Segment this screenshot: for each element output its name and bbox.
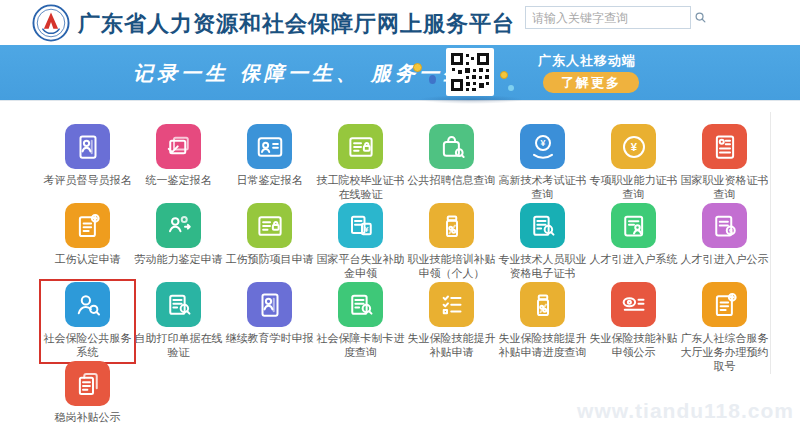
pill-bottle-icon — [429, 203, 474, 248]
app-tile-label: 专项职业能力证书查询 — [586, 173, 682, 201]
app-tile[interactable]: 工伤预防项目申请 — [224, 203, 315, 282]
app-tile-label: 工伤预防项目申请 — [222, 252, 318, 266]
docs-stack-icon — [65, 361, 110, 406]
app-tile-label: 专业技术人员职业资格电子证书 — [495, 252, 591, 280]
photo-check-icon — [156, 124, 201, 169]
app-tile[interactable]: 考评员督导员报名 — [42, 124, 133, 203]
search-input[interactable] — [526, 7, 693, 28]
app-tile-label: 广东人社综合服务大厅业务办理预约取号 — [677, 331, 773, 373]
pill-bottle-icon — [520, 282, 565, 327]
app-tile[interactable]: 劳动能力鉴定申请 — [133, 203, 224, 282]
people-arrows-icon — [156, 203, 201, 248]
app-tile[interactable]: 自助打印单据在线验证 — [133, 282, 224, 361]
app-tile-label: 稳岗补贴公示 — [40, 410, 136, 424]
app-tile[interactable]: 国家职业资格证书查询 — [679, 124, 770, 203]
person-card-icon — [65, 124, 110, 169]
learn-more-button[interactable]: 了解更多 — [543, 72, 639, 93]
doc-search-icon — [338, 282, 383, 327]
app-tile[interactable]: ¥ 高新技术考试证书查询 — [497, 124, 588, 203]
svg-text:¥: ¥ — [630, 140, 637, 152]
resume-icon — [702, 124, 747, 169]
eye-lines-icon — [611, 282, 656, 327]
app-tile-label: 失业保险技能补贴申领公示 — [586, 331, 682, 359]
balloon-decoration — [429, 75, 436, 84]
app-tile[interactable]: 人才引进入户系统 — [588, 203, 679, 282]
app-tile-label: 技工院校毕业证书在线验证 — [313, 173, 409, 201]
app-tile-label: 社会保障卡制卡进度查询 — [313, 331, 409, 359]
yen-hand-icon: ¥ — [520, 124, 565, 169]
doc-plus-icon — [702, 282, 747, 327]
app-tile[interactable]: 失业保险技能补贴申领公示 — [588, 282, 679, 361]
page: 广东省人力资源和社会保障厅网上服务平台 记录一生 保障一生、 服务一生 — [0, 0, 800, 425]
balloon-decoration — [508, 85, 514, 91]
doc-search-icon — [520, 203, 565, 248]
app-tile[interactable]: 广东人社综合服务大厅业务办理预约取号 — [679, 282, 770, 361]
app-tile[interactable]: 稳岗补贴公示 — [42, 361, 133, 425]
app-tile-label: 人才引进入户公示 — [677, 252, 773, 266]
doc-person-icon — [611, 203, 656, 248]
app-tile[interactable]: 社会保障卡制卡进度查询 — [315, 282, 406, 361]
app-tile-label: 社会保险公共服务系统 — [40, 331, 136, 359]
cert-lock-icon — [338, 124, 383, 169]
mobile-app-title: 广东人社移动端 — [538, 52, 636, 70]
gdhrss-emblem-icon — [32, 4, 70, 42]
app-tile-label: 统一鉴定报名 — [131, 173, 227, 187]
header: 广东省人力资源和社会保障厅网上服务平台 — [0, 0, 800, 45]
app-tile-label: 考评员督导员报名 — [40, 173, 136, 187]
app-tile[interactable]: 失业保险技能提升补贴申请进度查询 — [497, 282, 588, 361]
app-tile-label: 国家平台失业补助金申领 — [313, 252, 409, 280]
app-tile[interactable]: 失业保险技能提升补贴申请 — [406, 282, 497, 361]
doc-search-icon — [156, 282, 201, 327]
app-tile-label: 继续教育学时申报 — [222, 331, 318, 345]
app-tile[interactable]: 专业技术人员职业资格电子证书 — [497, 203, 588, 282]
search-box — [525, 6, 691, 29]
app-tile-label: 劳动能力鉴定申请 — [131, 252, 227, 266]
app-tile[interactable]: 公共招聘信息查询 — [406, 124, 497, 203]
app-tile-label: 日常鉴定报名 — [222, 173, 318, 187]
app-tile-label: 公共招聘信息查询 — [404, 173, 500, 187]
qr-code — [446, 48, 494, 96]
app-tile-label: 国家职业资格证书查询 — [677, 173, 773, 201]
app-tile-label: 失业保险技能提升补贴申请 — [404, 331, 500, 359]
yen-circle-icon: ¥ — [611, 124, 656, 169]
banner: 记录一生 保障一生、 服务一生 — [0, 45, 800, 101]
app-tile[interactable]: ¥ 国家平台失业补助金申领 — [315, 203, 406, 282]
app-tile[interactable]: $ 人才引进入户公示 — [679, 203, 770, 282]
app-tile[interactable]: ¥ 专项职业能力证书查询 — [588, 124, 679, 203]
doc-plus-icon — [65, 203, 110, 248]
app-tile[interactable]: 继续教育学时申报 — [224, 282, 315, 361]
app-tile-label: 高新技术考试证书查询 — [495, 173, 591, 201]
bag-search-icon — [429, 124, 474, 169]
app-tile-label: 失业保险技能提升补贴申请进度查询 — [495, 331, 591, 359]
app-tile-label: 自助打印单据在线验证 — [131, 331, 227, 359]
coin-decoration — [500, 71, 508, 79]
app-tile[interactable]: 工伤认定申请 — [42, 203, 133, 282]
id-card-icon — [247, 124, 292, 169]
checklist-icon — [429, 282, 474, 327]
watermark: www.tiandu118.com — [577, 399, 794, 423]
app-tile-label: 职业技能培训补贴申领（个人） — [404, 252, 500, 280]
app-tile[interactable]: 职业技能培训补贴申领（个人） — [406, 203, 497, 282]
app-tile-label: 人才引进入户系统 — [586, 252, 682, 266]
app-tile[interactable]: 统一鉴定报名 — [133, 124, 224, 203]
coin-decoration — [413, 63, 422, 72]
app-tile-label: 工伤认定申请 — [40, 252, 136, 266]
qr-shadow — [418, 95, 524, 104]
service-grid: 考评员督导员报名 统一鉴定报名 日常鉴定报名 技工院校毕业证书在线验证 公共招聘… — [42, 124, 770, 425]
app-tile[interactable]: 社会保险公共服务系统 — [42, 282, 133, 361]
doc-money-icon: ¥ — [338, 203, 383, 248]
search-icon[interactable] — [693, 7, 708, 28]
app-tile[interactable]: 技工院校毕业证书在线验证 — [315, 124, 406, 203]
person-search-icon — [65, 282, 110, 327]
doc-dollar-icon: $ — [702, 203, 747, 248]
cert-lock-icon — [247, 203, 292, 248]
content-divider — [770, 112, 771, 374]
person-card-icon — [247, 282, 292, 327]
svg-text:¥: ¥ — [364, 225, 369, 234]
app-tile[interactable]: 日常鉴定报名 — [224, 124, 315, 203]
page-title: 广东省人力资源和社会保障厅网上服务平台 — [78, 9, 515, 39]
svg-text:¥: ¥ — [540, 138, 545, 148]
